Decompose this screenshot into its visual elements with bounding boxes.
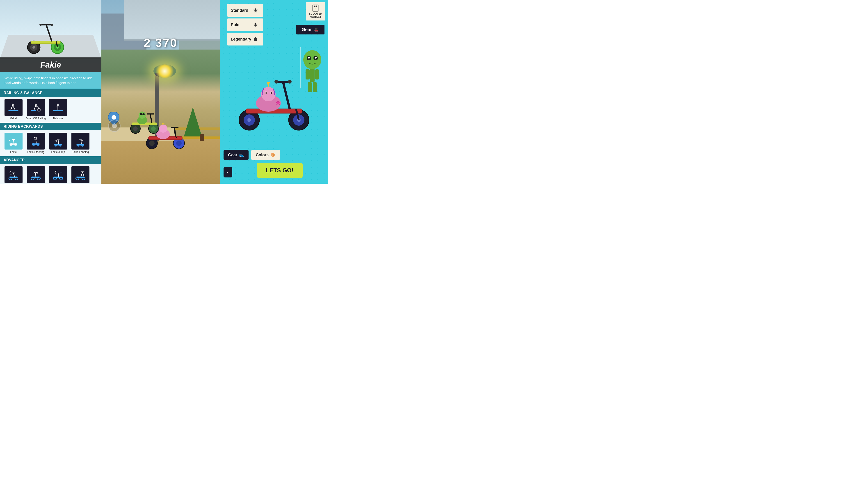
- svg-point-96: [288, 80, 291, 84]
- trick-description: While riding, swipe both fingers in oppo…: [0, 72, 101, 89]
- market-title: SCOOTER MARKET: [309, 12, 322, 19]
- scooter-illustration: [23, 18, 68, 54]
- reverse-tailwhip-icon: [4, 166, 23, 183]
- colors-button[interactable]: Colors 🎨: [251, 150, 280, 160]
- svg-point-23: [57, 104, 59, 106]
- backwards-tricks-grid: Fakie Fakie Steering: [0, 130, 101, 156]
- section-header-riding-backwards: RIDING BACKWARDS: [0, 123, 101, 130]
- rarity-epic-button[interactable]: Epic: [227, 19, 263, 31]
- svg-point-80: [138, 111, 146, 119]
- top-row: Standard Epic Legendary: [220, 0, 328, 47]
- svg-point-74: [151, 126, 156, 131]
- svg-point-103: [303, 50, 321, 69]
- svg-point-83: [112, 115, 116, 120]
- gear-tab-icon: 🎩: [314, 27, 319, 32]
- scooter-character-2: [128, 96, 161, 134]
- svg-rect-50: [32, 176, 40, 178]
- gear-button[interactable]: Gear 👟: [223, 150, 249, 160]
- epic-label: Epic: [231, 23, 239, 27]
- right-panel: Standard Epic Legendary: [220, 0, 328, 184]
- svg-rect-108: [310, 69, 315, 82]
- svg-line-15: [13, 106, 15, 110]
- fakie-landing-label: Fakie Landing: [72, 151, 89, 154]
- trick-item-bottom-up-reverse-tailwhip[interactable]: Bottom-Up Reverse Tailwhip: [47, 166, 69, 184]
- interior-ceiling: [124, 0, 220, 40]
- top-right-controls: SCOOTER MARKET Gear 🎩: [306, 2, 326, 47]
- svg-point-18: [35, 104, 37, 106]
- trick-name: Fakie: [40, 60, 61, 70]
- svg-point-2: [32, 46, 35, 48]
- bottom-up-barspin-icon: [27, 166, 45, 183]
- fakie-jump-icon: [49, 133, 67, 150]
- railing-tricks-grid: Grind Jump Off Railing: [0, 97, 101, 122]
- fakie-steering-icon: [27, 133, 45, 150]
- joystick-indicator: [108, 120, 121, 132]
- svg-rect-12: [8, 110, 19, 111]
- svg-point-87: [247, 118, 251, 122]
- trick-item-bottom-up-barspin[interactable]: Bottom-Up Barspin: [25, 166, 46, 184]
- balance-icon: [49, 99, 67, 116]
- svg-rect-110: [315, 69, 319, 79]
- grind-icon: [4, 99, 23, 116]
- fakie-label: Fakie: [10, 151, 17, 154]
- back-button[interactable]: ‹: [223, 167, 232, 177]
- rarity-legendary-button[interactable]: Legendary: [227, 33, 263, 45]
- back-icon: ‹: [227, 170, 229, 174]
- rarity-standard-button[interactable]: Standard: [227, 4, 263, 17]
- middle-panel: 2 370: [101, 0, 220, 184]
- trick-item-jump-off-railing[interactable]: Jump Off Railing: [25, 99, 46, 120]
- trick-item-reverse-front-rider-flip[interactable]: Reverse Front Rider Flip: [70, 166, 91, 184]
- jump-off-railing-label: Jump Off Railing: [26, 117, 45, 120]
- svg-line-55: [58, 173, 59, 176]
- bottom-controls: Gear 👟 Colors 🎨 ‹ LETS GO!: [220, 148, 328, 184]
- svg-line-77: [150, 114, 152, 123]
- trick-item-grind[interactable]: Grind: [3, 99, 24, 120]
- colors-button-icon: 🎨: [270, 153, 275, 157]
- svg-point-102: [271, 92, 272, 94]
- svg-rect-111: [308, 82, 312, 92]
- trick-item-fakie-steering[interactable]: Fakie Steering: [25, 133, 46, 154]
- svg-line-27: [13, 139, 14, 143]
- svg-point-25: [10, 143, 12, 146]
- svg-point-14: [12, 104, 14, 106]
- scooter-preview: Fakie: [0, 0, 101, 72]
- market-logo: SCOOTER MARKET: [306, 2, 326, 21]
- grind-label: Grind: [10, 117, 17, 120]
- trick-item-balance[interactable]: Balance: [47, 99, 69, 120]
- svg-line-93: [283, 82, 290, 109]
- section-header-railing: RAILING & BALANCE: [0, 89, 101, 97]
- svg-point-64: [176, 140, 182, 146]
- balance-label: Balance: [53, 117, 63, 120]
- trick-item-fakie-jump[interactable]: Fakie Jump: [47, 133, 69, 154]
- fakie-icon: [4, 133, 23, 150]
- lets-go-label: LETS GO!: [266, 167, 293, 174]
- scooter-display-area: [220, 47, 328, 148]
- svg-point-82: [143, 113, 145, 115]
- svg-line-17: [34, 105, 36, 110]
- svg-rect-109: [306, 69, 310, 79]
- tricks-list: RAILING & BALANCE Grind: [0, 89, 101, 184]
- svg-point-39: [77, 144, 79, 147]
- standard-label: Standard: [231, 8, 248, 13]
- svg-point-62: [149, 140, 155, 146]
- jump-off-railing-icon: [27, 99, 45, 116]
- trick-item-reverse-tailwhip[interactable]: Reverse Tailwhip: [3, 166, 24, 184]
- svg-point-95: [275, 80, 278, 84]
- svg-point-31: [36, 143, 39, 146]
- svg-rect-16: [31, 110, 36, 111]
- svg-point-34: [55, 144, 57, 147]
- action-row: ‹ LETS GO!: [223, 163, 324, 182]
- advanced-tricks-grid: Reverse Tailwhip Bottom-Up Barspin: [0, 164, 101, 184]
- score-display: 2 370: [144, 36, 178, 50]
- reverse-front-rider-flip-icon: [71, 166, 89, 183]
- trick-item-fakie[interactable]: Fakie: [3, 133, 24, 154]
- epic-icon: [251, 21, 259, 29]
- svg-rect-58: [76, 176, 84, 178]
- svg-rect-54: [54, 176, 62, 178]
- svg-point-11: [51, 24, 53, 26]
- active-gear-tab[interactable]: Gear 🎩: [296, 25, 324, 34]
- gear-tab-label: Gear: [302, 27, 312, 32]
- joystick-dot: [112, 123, 117, 128]
- trick-item-fakie-landing[interactable]: Fakie Landing: [70, 133, 91, 154]
- lets-go-button[interactable]: LETS GO!: [257, 163, 303, 178]
